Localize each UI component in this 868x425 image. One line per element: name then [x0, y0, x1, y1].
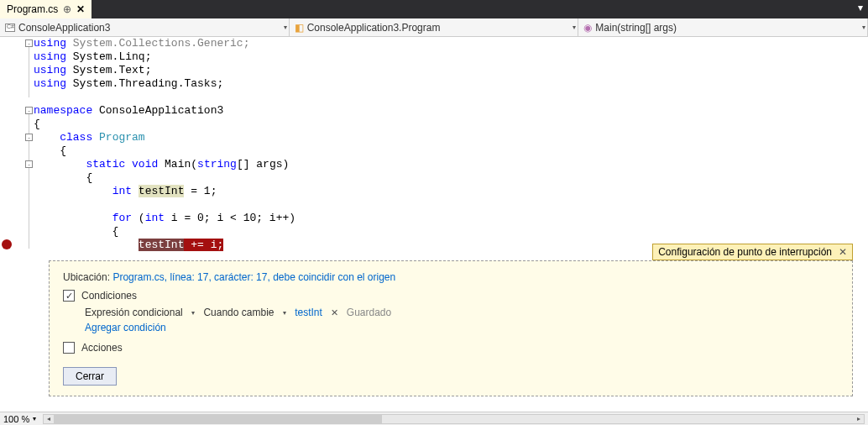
location-link[interactable]: Program.cs, línea: 17, carácter: 17, deb…	[112, 271, 395, 283]
close-button[interactable]: Cerrar	[63, 367, 117, 386]
nav-project-label: ConsoleApplication3	[18, 22, 110, 34]
panel-title: Configuración de punto de interrupción	[658, 246, 832, 258]
breakpoint-icon[interactable]	[2, 239, 12, 249]
fold-icon[interactable]: -	[25, 39, 33, 47]
class-icon: ◧	[295, 22, 304, 34]
outline-column: - - - -	[25, 37, 34, 412]
condition-value[interactable]: testInt	[295, 307, 322, 318]
file-tab[interactable]: Program.cs ⊕ ✕	[0, 0, 92, 18]
code-area[interactable]: using System.Collections.Generic; using …	[34, 37, 855, 252]
nav-class-dropdown[interactable]: ◧ ConsoleApplication3.Program ▾	[290, 18, 579, 36]
conditions-checkbox[interactable]: ✓	[63, 290, 75, 302]
condition-mode-dropdown[interactable]: Cuando cambie ▾	[203, 307, 286, 318]
nav-project-dropdown[interactable]: ConsoleApplication3 ▾	[0, 18, 290, 36]
tab-bar: Program.cs ⊕ ✕ ▾	[0, 0, 868, 18]
method-icon: ◉	[583, 22, 592, 34]
pin-icon[interactable]: ⊕	[63, 3, 71, 15]
zoom-dropdown-icon[interactable]: ▾	[33, 415, 36, 422]
scroll-thumb[interactable]	[54, 415, 382, 423]
conditions-row: ✓ Condiciones	[63, 290, 839, 302]
panel-title-tab: Configuración de punto de interrupción ✕	[652, 244, 853, 260]
nav-member-dropdown[interactable]: ◉ Main(string[] args) ▾	[578, 18, 868, 36]
actions-checkbox[interactable]	[63, 342, 75, 354]
fold-icon[interactable]: -	[25, 134, 33, 141]
scroll-right-icon[interactable]: ▸	[854, 415, 864, 423]
saved-status: Guardado	[347, 307, 391, 318]
conditions-label: Condiciones	[81, 290, 137, 302]
fold-icon[interactable]: -	[25, 107, 33, 114]
location-row: Ubicación: Program.cs, línea: 17, caráct…	[63, 271, 839, 283]
tab-close-icon[interactable]: ✕	[76, 3, 85, 15]
nav-bar: ConsoleApplication3 ▾ ◧ ConsoleApplicati…	[0, 18, 868, 37]
add-condition-link[interactable]: Agregar condición	[85, 322, 166, 333]
location-label: Ubicación:	[63, 271, 110, 283]
panel-body: Ubicación: Program.cs, línea: 17, caráct…	[49, 260, 853, 396]
status-bar: 100 % ▾ ◂ ▸	[0, 412, 868, 425]
condition-remove-icon[interactable]: ✕	[331, 307, 338, 318]
nav-class-label: ConsoleApplication3.Program	[307, 22, 441, 34]
tab-filename: Program.cs	[7, 3, 58, 15]
actions-row: Acciones	[63, 342, 839, 354]
nav-member-label: Main(string[] args)	[595, 22, 677, 34]
panel-close-icon[interactable]: ✕	[839, 246, 847, 258]
horizontal-scrollbar[interactable]: ◂ ▸	[43, 414, 865, 424]
tab-overflow-icon[interactable]: ▾	[853, 0, 868, 15]
condition-line: Expresión condicional ▾ Cuando cambie ▾ …	[85, 307, 839, 318]
fold-icon[interactable]: -	[25, 160, 33, 168]
actions-label: Acciones	[81, 342, 123, 354]
csharp-icon	[5, 24, 15, 32]
zoom-value[interactable]: 100 %	[3, 414, 29, 424]
condition-type-dropdown[interactable]: Expresión condicional ▾	[85, 307, 195, 318]
scroll-left-icon[interactable]: ◂	[44, 415, 54, 423]
